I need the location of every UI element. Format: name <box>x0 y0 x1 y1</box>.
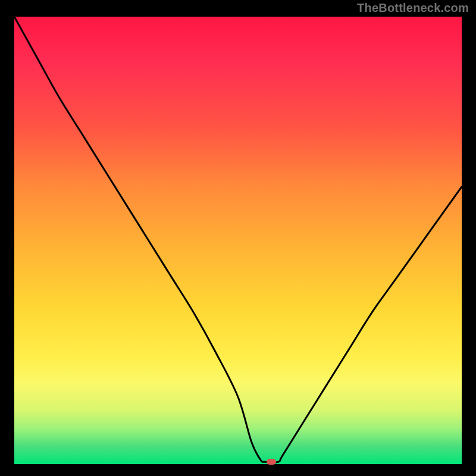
min-point-marker <box>267 459 276 465</box>
plot-area <box>14 17 462 464</box>
bottleneck-curve <box>14 17 462 464</box>
chart-frame: TheBottleneck.com <box>0 0 476 476</box>
watermark-text: TheBottleneck.com <box>357 1 469 15</box>
